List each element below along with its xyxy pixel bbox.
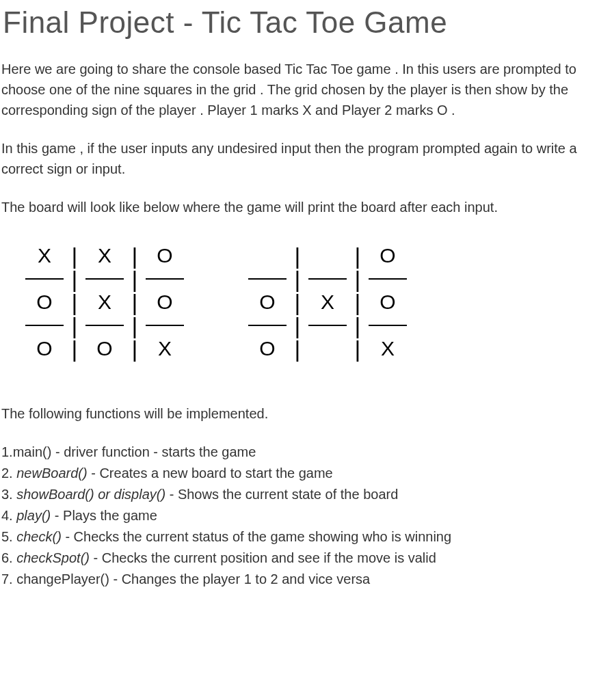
intro-paragraph-3: The board will look like below where the… [1,197,611,217]
pipe-separator: | [351,336,364,362]
board-cell: O [21,291,68,314]
hline [304,278,351,280]
pipe-separator: | [129,336,141,362]
pipe-separator: | [68,336,81,362]
function-item: 6. checkSpot() - Checks the current posi… [1,548,611,569]
hline [21,325,68,326]
hline [364,278,412,280]
board-cell: X [364,337,412,360]
hline [81,278,129,280]
board-cell: X [21,244,68,267]
board-cell: O [243,291,291,314]
board-cell: O [141,291,189,314]
board-1: X | X | O | | O | X | O | | O [21,242,189,362]
hline [304,325,351,326]
hline [81,325,129,326]
intro-paragraph-1: Here we are going to share the console b… [1,59,611,120]
board-cell: X [304,291,351,314]
hline [243,278,291,280]
board-cell: X [141,337,189,360]
board-cell: O [21,337,68,360]
hline [243,325,291,326]
function-item: 4. play() - Plays the game [1,505,611,526]
function-item: 2. newBoard() - Creates a new board to s… [1,463,611,484]
board-cell: O [81,337,129,360]
board-cell: O [243,337,291,360]
board-cell: O [141,244,189,267]
board-cell: O [364,291,412,314]
intro-paragraph-2: In this game , if the user inputs any un… [1,138,611,179]
board-cell: X [81,291,129,314]
pipe-separator: | [291,336,304,362]
function-item: 3. showBoard() or display() - Shows the … [1,484,611,505]
functions-list: 1.main() - driver function - starts the … [1,442,611,590]
function-item: 7. changePlayer() - Changes the player 1… [1,569,611,590]
function-item: 5. check() - Checks the current status o… [1,526,611,548]
boards-illustration: X | X | O | | O | X | O | | O [21,235,612,369]
board-cell: X [81,244,129,267]
functions-intro: The following functions will be implemen… [1,403,611,424]
page-title: Final Project - Tic Tac Toe Game [3,5,612,40]
hline [141,278,189,280]
hline [364,325,412,326]
hline [141,325,189,326]
hline [21,278,68,280]
function-item: 1.main() - driver function - starts the … [1,442,611,463]
board-cell: O [364,244,412,267]
board-2: | | O | | O | X | O | | O | [243,242,412,362]
